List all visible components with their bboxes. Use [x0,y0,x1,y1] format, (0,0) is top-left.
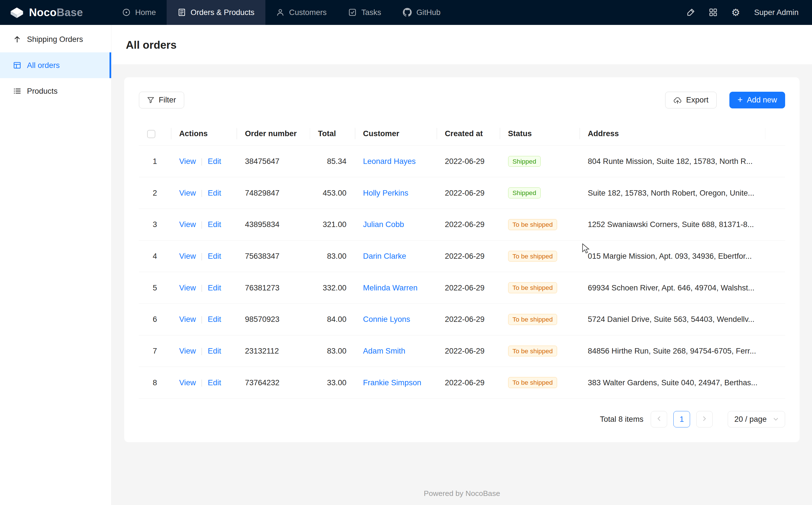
prev-page-button[interactable] [651,411,667,428]
status-badge: To be shipped [508,251,557,262]
view-link[interactable]: View [179,188,196,197]
nav-item-github[interactable]: GitHub [392,0,452,25]
customer-link[interactable]: Holly Perkins [363,188,408,197]
top-navbar: NocoBase HomeOrders & ProductsCustomersT… [0,0,812,25]
table-row: 8 ViewEdit 73764232 33.00 Frankie Simpso… [139,367,785,398]
edit-link[interactable]: Edit [208,157,221,166]
chevron-down-icon [773,416,779,422]
add-new-button[interactable]: + Add new [729,92,785,109]
address-text: 015 Margie Mission, Apt. 093, 34936, Ebe… [588,251,752,261]
nav-item-label: Home [135,8,156,17]
pagination: Total 8 items 1 20 / page [139,411,785,428]
filter-button[interactable]: Filter [139,92,184,109]
column-header-actions: Actions [171,122,237,146]
order-total: 83.00 [327,346,346,355]
address-text: 804 Runte Mission, Suite 182, 15783, Nor… [588,157,753,166]
status-badge: Shipped [508,156,541,167]
nav-item-tasks[interactable]: Tasks [337,0,392,25]
table-row: 6 ViewEdit 98570923 84.00 Connie Lyons 2… [139,304,785,335]
view-link[interactable]: View [179,220,196,229]
customer-link[interactable]: Frankie Simpson [363,378,421,387]
select-all-checkbox[interactable] [147,130,155,138]
column-header-status: Status [500,122,579,146]
order-number: 43895834 [245,220,280,229]
edit-link[interactable]: Edit [208,346,221,355]
order-total: 84.00 [327,315,346,324]
created-at: 2022-06-29 [445,220,484,229]
page-1-button[interactable]: 1 [673,411,690,428]
created-at: 2022-06-29 [445,283,484,292]
edit-link[interactable]: Edit [208,220,221,229]
created-at: 2022-06-29 [445,315,484,324]
address-text: 84856 Hirthe Run, Suite 268, 94754-6705,… [588,346,756,355]
app-body: Shipping OrdersAll ordersProducts All or… [0,25,812,505]
customer-link[interactable]: Darin Clarke [363,251,406,261]
created-at: 2022-06-29 [445,157,484,166]
nav-item-home[interactable]: Home [111,0,167,25]
view-link[interactable]: View [179,283,196,292]
export-button-label: Export [686,96,709,105]
next-page-button[interactable] [696,411,713,428]
nocobase-logo[interactable]: NocoBase [0,0,111,25]
row-index: 1 [153,157,157,166]
column-header-spacer [765,122,785,146]
toolbar-right: Export + Add new [665,92,785,109]
customer-link[interactable]: Adam Smith [363,346,405,355]
sidebar-item-products[interactable]: Products [0,78,111,104]
row-index: 7 [153,346,157,355]
sidebar: Shipping OrdersAll ordersProducts [0,25,111,505]
chevron-right-icon [702,415,708,424]
action-divider [202,380,202,387]
highlighter-icon[interactable] [687,8,695,17]
plus-icon: + [738,96,743,104]
edit-link[interactable]: Edit [208,283,221,292]
edit-link[interactable]: Edit [208,378,221,387]
created-at: 2022-06-29 [445,378,484,387]
table-header-row: Actions Order number Total Customer Crea… [139,122,785,146]
arrow-up-icon [13,35,21,43]
main-area: All orders Filter [111,25,812,505]
nocobase-logo-icon [9,6,24,19]
edit-link[interactable]: Edit [208,251,221,261]
created-at: 2022-06-29 [445,251,484,261]
table-row: 1 ViewEdit 38475647 85.34 Leonard Hayes … [139,146,785,177]
filter-button-label: Filter [159,96,176,105]
sidebar-item-shipping-orders[interactable]: Shipping Orders [0,26,111,52]
sidebar-item-all-orders[interactable]: All orders [0,52,111,78]
view-link[interactable]: View [179,346,196,355]
settings-gear-icon[interactable]: ⚙ [731,8,740,18]
order-total: 453.00 [323,188,346,197]
nav-item-label: Tasks [361,8,381,17]
customer-link[interactable]: Leonard Hayes [363,157,416,166]
status-badge: To be shipped [508,282,557,293]
nav-item-orders-products[interactable]: Orders & Products [167,0,265,25]
status-badge: To be shipped [508,314,557,325]
customer-link[interactable]: Julian Cobb [363,220,404,229]
row-index: 2 [153,188,157,197]
sidebar-item-label: Shipping Orders [27,35,83,44]
view-link[interactable]: View [179,315,196,324]
page-header: All orders [111,25,812,64]
view-link[interactable]: View [179,251,196,261]
filter-icon [147,96,155,104]
edit-link[interactable]: Edit [208,315,221,324]
view-link[interactable]: View [179,157,196,166]
nav-item-customers[interactable]: Customers [265,0,337,25]
created-at: 2022-06-29 [445,188,484,197]
customer-link[interactable]: Connie Lyons [363,315,410,324]
edit-link[interactable]: Edit [208,188,221,197]
page-size-select[interactable]: 20 / page [728,411,785,428]
table-row: 7 ViewEdit 23132112 83.00 Adam Smith 202… [139,335,785,367]
order-number: 75638347 [245,251,280,261]
customer-link[interactable]: Melinda Warren [363,283,418,292]
order-number: 38475647 [245,157,280,166]
plugin-grid-icon[interactable] [709,8,717,16]
row-index: 4 [153,251,157,261]
user-menu[interactable]: Super Admin [754,8,798,17]
address-text: Suite 182, 15783, North Robert, Oregon, … [588,188,754,197]
page-size-value: 20 / page [734,415,767,424]
export-button[interactable]: Export [665,92,717,109]
nav-item-label: GitHub [417,8,441,17]
view-link[interactable]: View [179,378,196,387]
list-icon [13,87,21,95]
